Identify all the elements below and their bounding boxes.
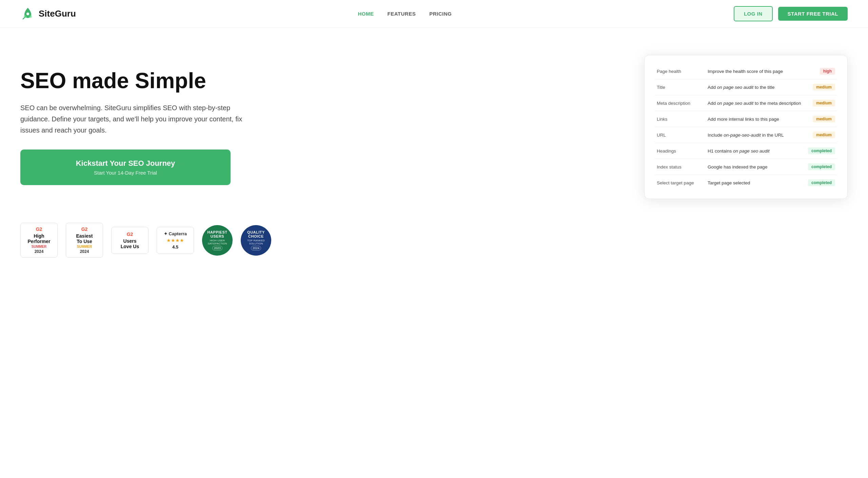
row-label: Meta description (655, 95, 706, 111)
login-button[interactable]: LOG IN (734, 6, 773, 21)
row-desc: Include on-page-seo-audit in the URL (706, 127, 805, 143)
row-desc: Add more internal links to this page (706, 111, 805, 127)
nav-actions: LOG IN START FREE TRIAL (734, 6, 848, 21)
hero-right: Page healthImprove the health score of t… (644, 55, 848, 199)
row-label: Select target page (655, 175, 706, 191)
row-badge: medium (805, 79, 837, 95)
row-label: Page health (655, 63, 706, 79)
badge-item-4: HAPPIESTUSERSHIGH USER SATISFACTION2023 (202, 225, 233, 256)
cta-sub-text: Start Your 14-Day Free Trial (28, 170, 222, 176)
row-label: Title (655, 79, 706, 95)
nav-pricing[interactable]: PRICING (429, 11, 452, 17)
cta-main-text: Kickstart Your SEO Journey (28, 159, 222, 168)
row-badge: completed (805, 143, 837, 159)
nav-home[interactable]: HOME (358, 11, 374, 17)
row-badge: medium (805, 111, 837, 127)
table-row: HeadingsH1 contains on page seo auditcom… (655, 143, 837, 159)
row-label: Headings (655, 143, 706, 159)
badges-row: G2High PerformerSUMMER2024G2Easiest To U… (0, 213, 868, 271)
table-row: Index statusGoogle has indexed the pagec… (655, 159, 837, 175)
table-row: LinksAdd more internal links to this pag… (655, 111, 837, 127)
dashboard-table: Page healthImprove the health score of t… (655, 63, 837, 191)
table-row: Select target pageTarget page selectedco… (655, 175, 837, 191)
hero-description: SEO can be overwhelming. SiteGuru simpli… (20, 102, 251, 136)
badge-item-0: G2High PerformerSUMMER2024 (20, 223, 58, 258)
row-badge: completed (805, 159, 837, 175)
hero-section: SEO made Simple SEO can be overwhelming.… (0, 28, 868, 213)
table-row: TitleAdd on page seo audit to the titlem… (655, 79, 837, 95)
cta-button[interactable]: Kickstart Your SEO Journey Start Your 14… (20, 150, 231, 185)
table-row: Page healthImprove the health score of t… (655, 63, 837, 79)
row-badge: high (805, 63, 837, 79)
logo-icon (20, 6, 35, 21)
badge-item-1: G2Easiest To UseSUMMER2024 (66, 223, 103, 258)
trial-button[interactable]: START FREE TRIAL (778, 7, 848, 21)
row-badge: medium (805, 95, 837, 111)
badge-item-5: QUALITYCHOICETOP RANKED SOLUTION2024 (241, 225, 271, 256)
hero-title: SEO made Simple (20, 69, 251, 93)
badge-item-3: ✦ Capterra★★★★4.5 (157, 227, 194, 254)
row-badge: medium (805, 127, 837, 143)
logo-text: SiteGuru (39, 8, 76, 19)
row-desc: Google has indexed the page (706, 159, 805, 175)
row-desc: Add on page seo audit to the title (706, 79, 805, 95)
hero-left: SEO made Simple SEO can be overwhelming.… (20, 69, 251, 185)
row-label: Index status (655, 159, 706, 175)
row-label: URL (655, 127, 706, 143)
logo[interactable]: SiteGuru (20, 6, 76, 21)
badge-item-2: G2Users Love Us (111, 227, 149, 254)
row-desc: Improve the health score of this page (706, 63, 805, 79)
table-row: URLInclude on-page-seo-audit in the URLm… (655, 127, 837, 143)
row-desc: H1 contains on page seo audit (706, 143, 805, 159)
navbar: SiteGuru HOME FEATURES PRICING LOG IN ST… (0, 0, 868, 28)
row-badge: completed (805, 175, 837, 191)
row-label: Links (655, 111, 706, 127)
nav-features[interactable]: FEATURES (387, 11, 416, 17)
row-desc: Add on page seo audit to the meta descri… (706, 95, 805, 111)
nav-links: HOME FEATURES PRICING (358, 11, 452, 17)
dashboard-card: Page healthImprove the health score of t… (644, 55, 848, 199)
row-desc: Target page selected (706, 175, 805, 191)
table-row: Meta descriptionAdd on page seo audit to… (655, 95, 837, 111)
svg-point-0 (26, 13, 29, 15)
